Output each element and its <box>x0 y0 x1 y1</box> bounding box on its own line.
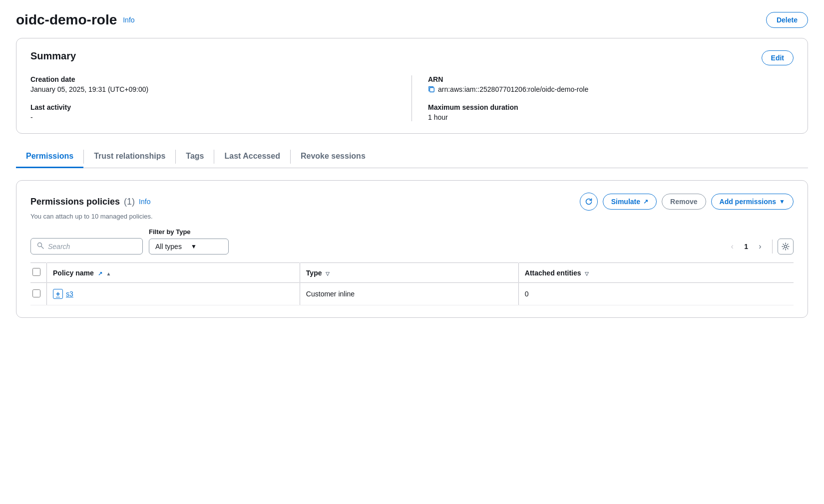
table-header-row: Policy name ↗ ▲ Type ▽ Attached entities… <box>30 263 794 283</box>
page-title-group: oidc-demo-role Info <box>16 12 135 28</box>
next-page-button[interactable]: › <box>753 240 767 253</box>
filter-type-block: Filter by Type All types ▼ <box>149 228 229 254</box>
search-input[interactable] <box>48 243 136 251</box>
max-session-value: 1 hour <box>428 113 794 121</box>
summary-title: Summary <box>30 50 76 62</box>
tab-tags[interactable]: Tags <box>176 146 214 168</box>
page-header: oidc-demo-role Info Delete <box>16 12 808 28</box>
filter-by-type-label: Filter by Type <box>149 228 229 236</box>
creation-date-label: Creation date <box>30 75 396 83</box>
edit-button[interactable]: Edit <box>762 50 794 65</box>
pagination-separator <box>772 240 773 253</box>
tabs-container: Permissions Trust relationships Tags Las… <box>16 146 808 168</box>
policies-table: Policy name ↗ ▲ Type ▽ Attached entities… <box>30 262 794 305</box>
summary-header: Summary Edit <box>30 50 794 65</box>
policies-title: Permissions policies <box>30 197 120 207</box>
table-row: + s3 Customer inline 0 <box>30 283 794 305</box>
policy-name-sort-icon[interactable]: ▲ <box>106 271 111 276</box>
refresh-button[interactable] <box>580 193 598 211</box>
tab-permissions[interactable]: Permissions <box>16 146 83 168</box>
filter-controls: Filter by Type All types ▼ ‹ 1 › <box>30 228 794 254</box>
type-sort-icon[interactable]: ▽ <box>326 271 330 276</box>
expand-icon[interactable]: + <box>53 289 63 299</box>
summary-card: Summary Edit Creation date January 05, 2… <box>16 38 808 134</box>
dropdown-arrow-icon: ▼ <box>779 198 785 205</box>
last-activity-label: Last activity <box>30 103 396 111</box>
external-link-icon: ↗ <box>98 270 102 276</box>
policies-title-group: Permissions policies (1) Info <box>30 197 150 207</box>
tab-trust-relationships[interactable]: Trust relationships <box>84 146 175 168</box>
type-select-arrow-icon: ▼ <box>191 243 222 250</box>
search-block <box>30 238 143 254</box>
creation-date-value: January 05, 2025, 19:31 (UTC+09:00) <box>30 85 396 93</box>
add-permissions-button[interactable]: Add permissions ▼ <box>711 194 794 210</box>
attached-entities-sort-icon[interactable]: ▽ <box>585 271 589 276</box>
tab-last-accessed[interactable]: Last Accessed <box>214 146 290 168</box>
policies-card: Permissions policies (1) Info Simulate ↗… <box>16 180 808 318</box>
summary-right: ARN arn:aws:iam::252807701206:role/oidc-… <box>412 75 794 121</box>
external-link-icon: ↗ <box>643 198 648 205</box>
search-icon <box>37 242 44 251</box>
policies-info-link[interactable]: Info <box>139 198 150 206</box>
arn-label: ARN <box>428 75 794 83</box>
policies-actions: Simulate ↗ Remove Add permissions ▼ <box>580 193 794 211</box>
policies-count: (1) <box>124 197 135 207</box>
copy-icon[interactable] <box>428 86 435 93</box>
column-settings-button[interactable] <box>778 239 794 254</box>
svg-line-2 <box>41 247 44 249</box>
max-session-label: Maximum session duration <box>428 103 794 111</box>
svg-rect-0 <box>430 88 434 92</box>
policy-name: s3 <box>66 290 73 298</box>
type-select-value: All types <box>155 243 187 251</box>
page-info-link[interactable]: Info <box>123 16 134 24</box>
pagination-row: ‹ 1 › <box>725 239 794 254</box>
select-all-checkbox[interactable] <box>32 268 40 276</box>
type-select[interactable]: All types ▼ <box>149 239 229 254</box>
remove-button[interactable]: Remove <box>662 194 706 210</box>
arn-value: arn:aws:iam::252807701206:role/oidc-demo… <box>438 85 588 93</box>
policies-subtitle: You can attach up to 10 managed policies… <box>30 213 794 220</box>
svg-point-3 <box>785 246 787 248</box>
page-number: 1 <box>742 243 750 251</box>
summary-left: Creation date January 05, 2025, 19:31 (U… <box>30 75 412 121</box>
delete-button[interactable]: Delete <box>766 12 808 28</box>
td-checkbox <box>30 283 46 305</box>
td-attached-entities: 0 <box>519 283 794 305</box>
summary-grid: Creation date January 05, 2025, 19:31 (U… <box>30 75 794 121</box>
last-activity-value: - <box>30 113 396 121</box>
tab-revoke-sessions[interactable]: Revoke sessions <box>291 146 376 168</box>
search-box[interactable] <box>30 238 143 254</box>
th-type[interactable]: Type ▽ <box>300 263 518 283</box>
prev-page-button[interactable]: ‹ <box>725 240 739 253</box>
page-title: oidc-demo-role <box>16 12 117 28</box>
policies-header: Permissions policies (1) Info Simulate ↗… <box>30 193 794 211</box>
th-policy-name[interactable]: Policy name ↗ ▲ <box>47 263 300 283</box>
td-type: Customer inline <box>300 283 518 305</box>
policy-name-link[interactable]: + s3 <box>53 289 294 299</box>
th-select-all <box>30 263 46 283</box>
arn-value-row: arn:aws:iam::252807701206:role/oidc-demo… <box>428 85 794 93</box>
th-attached-entities[interactable]: Attached entities ▽ <box>519 263 794 283</box>
arn-row: arn:aws:iam::252807701206:role/oidc-demo… <box>428 85 794 93</box>
row-checkbox[interactable] <box>32 289 40 297</box>
td-policy-name: + s3 <box>47 283 300 305</box>
simulate-button[interactable]: Simulate ↗ <box>603 194 657 210</box>
